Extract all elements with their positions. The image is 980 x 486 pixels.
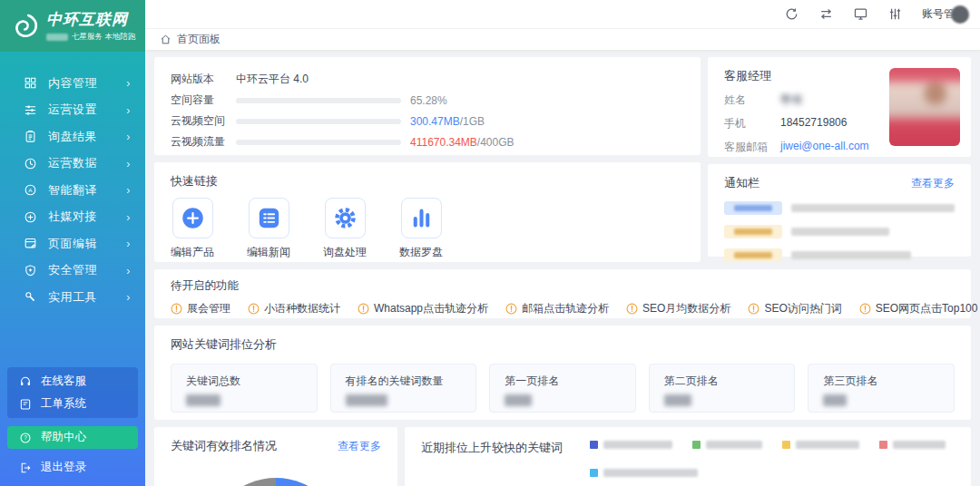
sidebar-item-logout[interactable]: 退出登录 (7, 456, 138, 479)
translate-icon: A (24, 183, 37, 197)
sidebar-item-ticket-system[interactable]: 工单系统 (7, 393, 138, 415)
left-column: 网站版本 中环云平台 4.0 空间容量 65.28% 云视频空间 300.47M… (154, 57, 701, 262)
notice-item[interactable] (724, 225, 955, 238)
brand-name: 中环互联网 (46, 9, 135, 30)
sidebar-item-label: 询盘结果 (48, 129, 97, 145)
ranking-pie-chart (208, 478, 344, 486)
redacted-notice-text (791, 251, 911, 259)
sidebar-item-inquiry-results[interactable]: 询盘结果 › (0, 123, 145, 151)
right-column: 客服经理 姓名 季维 手机 18452719806 客服邮箱 jiwei@one… (708, 57, 971, 262)
pending-feature-item[interactable]: SEO网页点击Top100 (859, 301, 978, 316)
monitor-icon[interactable] (853, 6, 868, 22)
account-menu[interactable]: 账号管理 (922, 5, 969, 24)
quick-link-edit-news[interactable]: 编辑新闻 (247, 198, 290, 260)
pending-feature-item[interactable]: 展会管理 (171, 301, 230, 316)
swap-icon[interactable] (818, 6, 834, 22)
pending-feature-item[interactable]: SEO月均数据分析 (626, 301, 730, 316)
refresh-icon[interactable] (784, 6, 799, 22)
quick-link-label: 编辑产品 (171, 245, 214, 260)
page-edit-icon (24, 237, 37, 250)
effective-ranking-title: 关键词有效排名情况 (171, 438, 277, 454)
redacted-legend-text (893, 441, 946, 449)
redacted-legend-text (603, 469, 698, 477)
clock-icon (24, 157, 37, 170)
headset-icon (19, 375, 32, 388)
sidebar-item-content-management[interactable]: 内容管理 › (0, 70, 145, 97)
warning-icon (859, 303, 871, 315)
legend-item (590, 469, 698, 477)
logout-icon (19, 462, 32, 474)
notice-item[interactable] (724, 201, 955, 215)
stat-first-page-rank: 第一页排名 (489, 364, 636, 413)
quick-link-edit-products[interactable]: 编辑产品 (171, 198, 214, 260)
redacted-stat-value (346, 394, 387, 406)
rising-keywords-card: 近期排位上升较快的关键词 排名 (405, 427, 971, 486)
sidebar-item-social-media[interactable]: 社媒对接 › (0, 204, 145, 231)
effective-ranking-more-link[interactable]: 查看更多 (338, 439, 381, 454)
wrench-icon (24, 290, 37, 304)
pending-feature-item[interactable]: 小语种数据统计 (248, 301, 340, 316)
site-overview-card: 网站版本 中环云平台 4.0 空间容量 65.28% 云视频空间 300.47M… (154, 57, 701, 155)
breadcrumb[interactable]: 首页面板 (145, 29, 980, 51)
redacted-stat-value (823, 394, 847, 406)
version-label: 网站版本 (171, 72, 236, 87)
sidebar-item-online-service[interactable]: 在线客服 (7, 370, 138, 393)
sidebar-item-operation-data[interactable]: 运营数据 › (0, 151, 145, 178)
sidebar-item-label: 社媒对接 (48, 209, 97, 225)
rising-keywords-title: 近期排位上升较快的关键词 (421, 438, 575, 477)
avatar[interactable] (951, 5, 969, 24)
pending-features-title: 待开启的功能 (171, 278, 955, 294)
notices-card: 通知栏 查看更多 (708, 164, 971, 257)
chevron-right-icon: › (126, 210, 131, 224)
rising-keywords-legend (590, 438, 955, 477)
sidebar-item-smart-translation[interactable]: A 智能翻译 › (0, 177, 145, 204)
chevron-right-icon: › (126, 237, 131, 250)
content: 网站版本 中环云平台 4.0 空间容量 65.28% 云视频空间 300.47M… (145, 51, 980, 486)
space-label: 空间容量 (171, 92, 236, 108)
redacted-chip (46, 34, 68, 41)
quick-link-inquiry-processing[interactable]: 询盘处理 (323, 198, 367, 260)
sidebar-menu: 内容管理 › 运营设置 › 询盘结果 › 运营数据 › A 智能翻译 › (0, 52, 145, 311)
notice-badge (724, 201, 782, 215)
chevron-right-icon: › (126, 103, 131, 117)
sidebar-item-security-management[interactable]: 安全管理 › (0, 258, 145, 285)
notice-item[interactable] (724, 248, 955, 262)
chevron-right-icon: › (126, 130, 131, 143)
redacted-legend-text (603, 441, 672, 449)
sidebar-item-operation-settings[interactable]: 运营设置 › (0, 97, 145, 124)
grid-icon (24, 76, 37, 90)
keyword-stats: 关键词总数 有排名的关键词数量 第一页排名 第二页排名 (171, 364, 955, 413)
sidebar-item-page-editor[interactable]: 页面编辑 › (0, 230, 145, 258)
sidebar-item-label: 页面编辑 (48, 236, 97, 252)
warning-icon (171, 303, 182, 315)
version-row: 网站版本 中环云平台 4.0 (171, 69, 684, 90)
brand-header: 中环互联网 七星服务 本地陪跑 (0, 0, 145, 52)
brand-tagline-row: 七星服务 本地陪跑 (46, 32, 135, 43)
list-icon (249, 198, 289, 238)
sidebar-item-label: 运营设置 (48, 102, 97, 118)
sidebar-item-help-center[interactable]: ? 帮助中心 (7, 426, 138, 449)
quick-link-label: 数据罗盘 (399, 245, 443, 260)
sidebar-item-utilities[interactable]: 实用工具 › (0, 284, 145, 311)
legend-item (879, 441, 946, 449)
pending-feature-item[interactable]: 邮箱点击轨迹分析 (505, 301, 609, 316)
chevron-right-icon: › (126, 290, 131, 304)
filter-sliders-icon[interactable] (887, 6, 903, 22)
manager-email-link[interactable]: jiwei@one-all.com (780, 140, 869, 155)
redacted-stat-value (505, 394, 532, 406)
sidebar-footer-group: 在线客服 工单系统 (7, 367, 138, 418)
notice-badge (724, 248, 782, 262)
pending-feature-item[interactable]: Whatsapp点击轨迹分析 (358, 301, 488, 316)
pending-feature-item[interactable]: SEO访问热门词 (748, 301, 841, 316)
plus-circle-icon (172, 198, 213, 238)
manager-phone-label: 手机 (724, 116, 780, 131)
warning-icon (626, 303, 638, 315)
quick-link-label: 询盘处理 (323, 245, 367, 260)
video-space-value: 300.47MB (410, 115, 460, 128)
notices-more-link[interactable]: 查看更多 (911, 176, 955, 191)
redacted-legend-text (706, 441, 762, 449)
quick-link-data-compass[interactable]: 数据罗盘 (399, 198, 443, 260)
video-traffic-label: 云视频流量 (171, 134, 236, 150)
sidebar-footer: 在线客服 工单系统 ? 帮助中心 退出登录 (7, 367, 138, 479)
stat-second-page-rank: 第二页排名 (649, 364, 796, 413)
